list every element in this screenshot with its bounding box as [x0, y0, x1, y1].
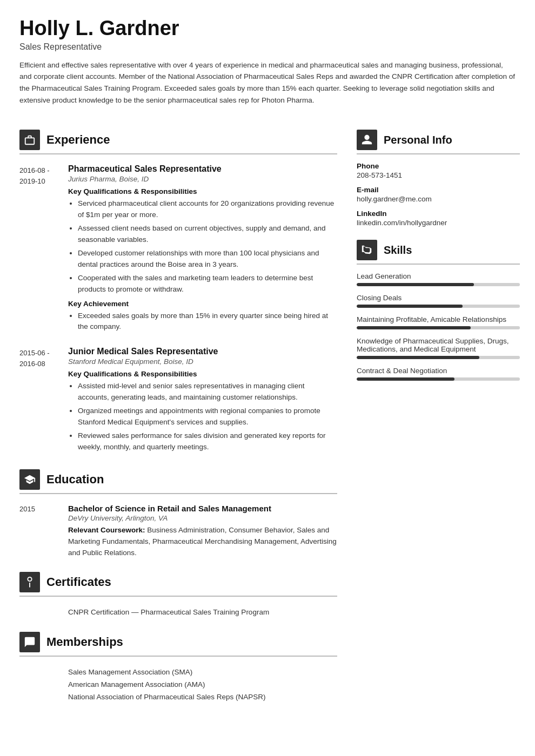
- resume-container: Holly L. Gardner Sales Representative Ef…: [0, 0, 535, 756]
- email-value: holly.gardner@me.com: [357, 195, 520, 203]
- memberships-section-heading: Memberships: [19, 632, 337, 652]
- left-column: Experience 2016-08 - 2019-10 Pharmaceuti…: [0, 117, 357, 723]
- phone-label: Phone: [357, 162, 520, 170]
- edu-entry-1: 2015 Bachelor of Science in Retail and S…: [19, 504, 337, 559]
- exp-dates-1: 2016-08 - 2019-10: [19, 164, 68, 336]
- resume-header: Holly L. Gardner Sales Representative Ef…: [0, 0, 535, 117]
- membership-item-3: National Association of Pharmaceutical S…: [68, 691, 337, 704]
- exp-content-1: Pharmaceutical Sales Representative Juri…: [68, 164, 337, 336]
- edu-content-1: Bachelor of Science in Retail and Sales …: [68, 504, 337, 559]
- skill-2: Closing Deals: [357, 294, 520, 308]
- skill-name-3: Maintaining Profitable, Amicable Relatio…: [357, 315, 520, 323]
- company-1: Jurius Pharma, Boise, ID: [68, 175, 337, 183]
- education-icon-box: [19, 469, 40, 490]
- ribbon-icon: [24, 576, 36, 588]
- candidate-summary: Efficient and effective sales representa…: [19, 59, 516, 106]
- skill-name-4: Knowledge of Pharmaceutical Supplies, Dr…: [357, 337, 520, 353]
- experience-icon-box: [19, 130, 40, 150]
- degree-1: Bachelor of Science in Retail and Sales …: [68, 504, 337, 513]
- briefcase-icon: [24, 134, 36, 146]
- qualifications-list-2: Assisted mid-level and senior sales repr…: [68, 381, 337, 453]
- job-title-1: Pharmaceutical Sales Representative: [68, 164, 337, 174]
- skill-bar-fill-1: [357, 283, 474, 286]
- info-linkedin: LinkedIn linkedin.com/in/hollygardner: [357, 210, 520, 227]
- edu-year-1: 2015: [19, 504, 68, 559]
- qualifications-label-2: Key Qualifications & Responsibilities: [68, 370, 337, 378]
- skill-bar-fill-2: [357, 305, 463, 308]
- experience-heading: Experience: [46, 133, 110, 147]
- company-2: Stanford Medical Equipment, Boise, ID: [68, 357, 337, 366]
- candidate-title: Sales Representative: [19, 42, 516, 52]
- skills-section-label: Skills: [384, 244, 412, 256]
- skill-bar-bg-2: [357, 305, 520, 308]
- coursework-label: Relevant Coursework:: [68, 526, 145, 534]
- personal-info-section-label: Personal Info: [384, 134, 452, 146]
- memberships-icon-box: [19, 632, 40, 652]
- personal-info-heading: Personal Info: [357, 130, 520, 150]
- cert-content: CNPR Certification — Pharmaceutical Sale…: [68, 606, 337, 619]
- graduation-icon: [24, 474, 36, 485]
- skills-icon-box: [357, 240, 377, 260]
- info-email: E-mail holly.gardner@me.com: [357, 186, 520, 203]
- email-label: E-mail: [357, 186, 520, 194]
- personal-info-divider: [357, 153, 520, 154]
- certificates-entry: CNPR Certification — Pharmaceutical Sale…: [19, 606, 337, 619]
- info-phone: Phone 208-573-1451: [357, 162, 520, 179]
- qual-item: Assisted mid-level and senior sales repr…: [78, 381, 337, 403]
- exp-dates-2: 2015-06 - 2016-08: [19, 347, 68, 456]
- memberships-entry: Sales Management Association (SMA) Ameri…: [19, 666, 337, 704]
- personal-info-icon-box: [357, 130, 377, 150]
- certificates-icon-box: [19, 572, 40, 592]
- phone-value: 208-573-1451: [357, 171, 520, 179]
- skill-bar-bg-3: [357, 326, 520, 329]
- education-heading: Education: [46, 473, 104, 487]
- qual-item: Reviewed sales performance for sales div…: [78, 430, 337, 453]
- skill-name-2: Closing Deals: [357, 294, 520, 302]
- linkedin-label: LinkedIn: [357, 210, 520, 218]
- person-icon: [361, 134, 373, 146]
- right-column: Personal Info Phone 208-573-1451 E-mail …: [357, 117, 535, 408]
- handshake-icon: [361, 244, 373, 256]
- exp-content-2: Junior Medical Sales Representative Stan…: [68, 347, 337, 456]
- skill-1: Lead Generation: [357, 272, 520, 286]
- memberships-spacer: [19, 666, 68, 704]
- job-title-2: Junior Medical Sales Representative: [68, 347, 337, 356]
- education-section-heading: Education: [19, 469, 337, 490]
- skill-bar-fill-3: [357, 326, 471, 329]
- school-1: DeVry University, Arlington, VA: [68, 514, 337, 522]
- cert-item: CNPR Certification — Pharmaceutical Sale…: [68, 606, 337, 619]
- achievements-list-1: Exceeded sales goals by more than 15% in…: [68, 310, 337, 333]
- memberships-content: Sales Management Association (SMA) Ameri…: [68, 666, 337, 704]
- linkedin-value: linkedin.com/in/hollygardner: [357, 219, 520, 227]
- skills-section-heading: Skills: [357, 240, 520, 260]
- skill-name-1: Lead Generation: [357, 272, 520, 280]
- skill-bar-fill-4: [357, 356, 479, 359]
- qual-item: Organized meetings and appointments with…: [78, 406, 337, 428]
- certificates-heading: Certificates: [46, 575, 111, 589]
- skill-name-5: Contract & Deal Negotiation: [357, 367, 520, 375]
- qualifications-label-1: Key Qualifications & Responsibilities: [68, 187, 337, 195]
- certificates-divider: [19, 596, 337, 597]
- qual-item: Serviced pharmaceutical client accounts …: [78, 198, 337, 221]
- achievement-item: Exceeded sales goals by more than 15% in…: [78, 310, 337, 333]
- skill-bar-bg-1: [357, 283, 520, 286]
- skills-divider: [357, 264, 520, 265]
- candidate-name: Holly L. Gardner: [19, 17, 516, 40]
- memberships-heading: Memberships: [46, 635, 123, 649]
- skill-5: Contract & Deal Negotiation: [357, 367, 520, 381]
- certificates-section-heading: Certificates: [19, 572, 337, 592]
- cert-spacer: [19, 606, 68, 619]
- exp-entry-2: 2015-06 - 2016-08 Junior Medical Sales R…: [19, 347, 337, 456]
- skill-bar-fill-5: [357, 377, 454, 381]
- membership-item-1: Sales Management Association (SMA): [68, 666, 337, 679]
- achievement-label-1: Key Achievement: [68, 300, 337, 308]
- memberships-divider: [19, 656, 337, 657]
- coursework-1: Relevant Coursework: Business Administra…: [68, 525, 337, 559]
- qual-item: Cooperated with the sales and marketing …: [78, 273, 337, 295]
- qualifications-list-1: Serviced pharmaceutical client accounts …: [68, 198, 337, 295]
- skill-3: Maintaining Profitable, Amicable Relatio…: [357, 315, 520, 329]
- skill-bar-bg-5: [357, 377, 520, 381]
- experience-divider: [19, 153, 337, 154]
- chat-icon: [24, 636, 36, 648]
- qual-item: Assessed client needs based on current o…: [78, 223, 337, 246]
